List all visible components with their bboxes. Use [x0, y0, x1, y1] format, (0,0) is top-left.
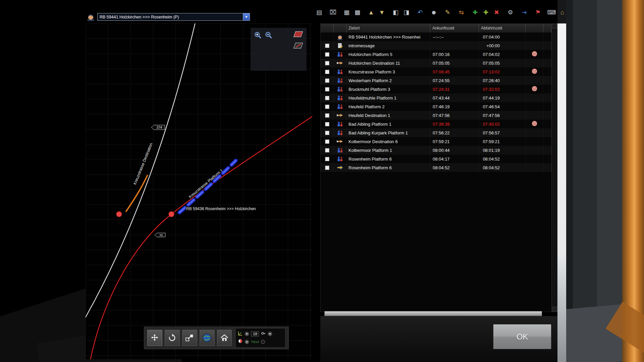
header-arrival: Ankunftszeit — [430, 24, 479, 33]
row-checkbox[interactable] — [325, 139, 329, 144]
timetable-row[interactable]: Kreuzstrasse Platform 307:08:4507:13:02 — [321, 67, 551, 76]
map-panel[interactable]: Kreuzstrasse Destination Kreuzstrasse Pl… — [86, 23, 312, 359]
row-checkbox[interactable] — [325, 96, 329, 100]
passenger-icon — [337, 104, 343, 110]
import-button[interactable]: ⇥ — [519, 8, 529, 17]
row-arrival-time: 07:08:45 — [430, 67, 479, 76]
save-button[interactable]: ▤ — [314, 8, 324, 17]
row-checkbox[interactable] — [325, 44, 329, 48]
row-extra-cell — [543, 120, 551, 128]
timetable-row[interactable]: Bad Aibling Platform 107:39:3907:45:02 — [321, 120, 551, 128]
insert-right-button[interactable]: ◨ — [401, 8, 411, 17]
rotate-view-button[interactable] — [165, 330, 180, 346]
depot-button[interactable]: ⌂ — [557, 8, 567, 17]
undo-button[interactable]: ↶ — [415, 8, 425, 17]
grid-small-button[interactable]: ▦ — [342, 8, 352, 17]
zoom-level-value[interactable]: 18 — [251, 331, 259, 337]
timetable-row[interactable]: intromessage+00:00 — [321, 41, 551, 50]
row-destination: Holzkirchen Platform 5 — [346, 50, 430, 59]
timetable-row[interactable]: Kolbermoor Destination 607:59:2107:59:21 — [321, 137, 551, 146]
row-checkbox[interactable] — [325, 131, 329, 135]
chevron-down-icon[interactable]: ▼ — [243, 13, 250, 20]
grid-large-button[interactable]: ▩ — [353, 8, 362, 17]
row-extra-cell — [543, 128, 551, 137]
row-destination: Kolbermoor Platform 1 — [346, 146, 430, 155]
row-extra-cell — [543, 41, 551, 50]
option-radio[interactable] — [245, 332, 249, 336]
timetable-row[interactable]: Holzkirchen Platform 507:00:1607:04:02 — [321, 50, 551, 59]
globe-view-button[interactable] — [200, 330, 215, 346]
flag-button[interactable]: ⚑ — [533, 8, 543, 17]
row-checkbox[interactable] — [325, 78, 329, 83]
zoom-in-button[interactable] — [253, 31, 263, 40]
row-checkbox[interactable] — [325, 166, 329, 170]
row-checkbox[interactable] — [325, 157, 329, 161]
driver-icon — [337, 34, 343, 40]
row-checkbox[interactable] — [325, 122, 329, 126]
delete-button[interactable]: ⌧ — [328, 8, 338, 17]
row-checkbox[interactable] — [325, 87, 329, 92]
add-driver-icon: ☻ — [431, 9, 437, 15]
passenger-icon — [337, 52, 343, 57]
import-icon: ⇥ — [522, 9, 527, 15]
scroll-down-button[interactable] — [552, 307, 557, 312]
row-extra-cell — [543, 76, 551, 85]
move-down-button[interactable]: ▼ — [377, 8, 387, 17]
add-stop-after-button[interactable]: ✚ — [481, 8, 491, 17]
timetable-row[interactable]: Holzkirchen Destination 1107:05:0507:05:… — [321, 59, 551, 67]
passenger-icon — [337, 147, 343, 153]
add-driver-button[interactable]: ☻ — [429, 8, 439, 17]
train-label: RB 59436 Rosenheim >>> Holzkirchen — [186, 206, 256, 211]
pan-tool-button[interactable] — [147, 330, 162, 346]
station-dot[interactable] — [169, 212, 174, 217]
row-destination: Holzkirchen Destination 11 — [346, 59, 430, 67]
reorder-button[interactable]: ⇆ — [457, 8, 466, 17]
delete-stop-button[interactable]: ✖ — [492, 8, 501, 17]
timetable-rows: RB 59441 Holzkirchen >>> Rosenhei--:--:-… — [321, 33, 551, 172]
timetable-row[interactable]: Bad Aibling Kurpark Platform 107:56:2207… — [321, 128, 551, 137]
area-edit-icon[interactable] — [292, 42, 304, 49]
timetable-row[interactable]: RB 59441 Holzkirchen >>> Rosenhei--:--:-… — [321, 33, 551, 41]
scroll-up-button[interactable] — [552, 24, 557, 29]
hand-icon — [337, 139, 343, 144]
ok-button[interactable]: OK — [493, 324, 551, 349]
timetable-row[interactable]: Kolbermoor Platform 108:00:4408:01:19 — [321, 146, 551, 155]
move-object-button[interactable] — [182, 330, 197, 346]
row-destination: Bruckmuhl Platform 3 — [346, 85, 430, 94]
station-dot[interactable] — [116, 212, 122, 217]
delay-face-icon — [532, 86, 537, 93]
row-checkbox[interactable] — [325, 148, 329, 153]
home-view-button[interactable] — [217, 330, 232, 346]
timetable-settings-button[interactable]: ⚙ — [505, 8, 515, 17]
move-up-button[interactable]: ▲ — [366, 8, 376, 17]
row-extra-cell — [543, 59, 551, 67]
row-checkbox[interactable] — [325, 105, 329, 109]
option-radio[interactable] — [245, 340, 249, 344]
keyboard-button[interactable]: ⌨ — [547, 8, 556, 17]
area-select-icon[interactable] — [292, 31, 304, 38]
train-selector-dropdown[interactable]: RB 59441 Holzkirchen >>> Rosenheim (P) ▼ — [97, 13, 250, 21]
timetable-row[interactable]: Rosenheim Platform 608:04:1708:04:52 — [321, 155, 551, 163]
grid-small-icon: ▦ — [344, 9, 350, 15]
zoom-out-button[interactable] — [264, 31, 273, 40]
timetable-row[interactable]: Rosenheim Platform 608:04:5208:04:52 — [321, 163, 551, 172]
edit-timetable-button[interactable]: ✎ — [443, 8, 452, 17]
timetable-scrollbar[interactable] — [551, 24, 557, 312]
row-checkbox[interactable] — [325, 52, 329, 57]
timetable-row[interactable]: Heufeld Destination 107:47:5607:47:56 — [321, 111, 551, 120]
timetable-row[interactable]: Westerham Platform 207:24:5507:26:40 — [321, 76, 551, 85]
option-radio[interactable] — [268, 332, 272, 336]
row-checkbox[interactable] — [325, 113, 329, 118]
insert-left-button[interactable]: ◧ — [391, 8, 400, 17]
delete-icon: ⌧ — [329, 9, 336, 15]
add-stop-before-icon: ✚ — [473, 9, 478, 15]
timetable-row[interactable]: Heufeld Platform 207:46:1907:46:54 — [321, 102, 551, 111]
timetable-row[interactable]: Heufeldmuhle Platform 107:43:4407:44:19 — [321, 94, 551, 102]
delay-face-icon — [532, 68, 537, 75]
add-stop-before-button[interactable]: ✚ — [470, 8, 480, 17]
option-radio[interactable] — [261, 340, 265, 344]
timetable-row[interactable]: Bruckmuhl Platform 307:24:3107:32:02 — [321, 85, 551, 94]
row-checkbox[interactable] — [325, 61, 329, 65]
row-checkbox[interactable] — [325, 70, 329, 74]
row-extra-cell — [543, 50, 551, 59]
